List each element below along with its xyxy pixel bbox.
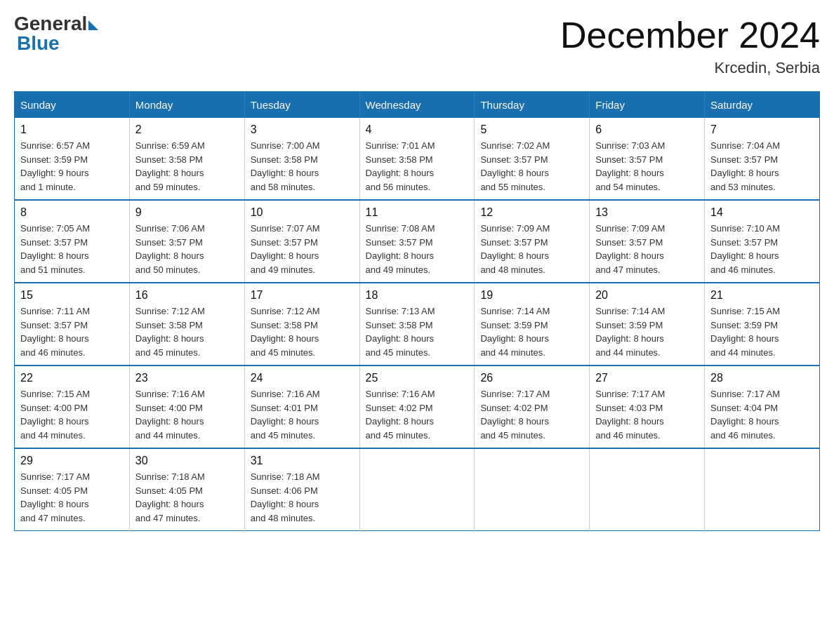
day-number: 22 [20, 372, 124, 384]
day-number: 28 [710, 372, 814, 384]
page-header: General Blue December 2024 Krcedin, Serb… [14, 14, 820, 77]
day-number: 21 [710, 289, 814, 302]
calendar-cell: 9 Sunrise: 7:06 AM Sunset: 3:57 PM Dayli… [129, 200, 244, 283]
day-info: Sunrise: 6:59 AM Sunset: 3:58 PM Dayligh… [135, 139, 239, 194]
calendar-week-row: 15 Sunrise: 7:11 AM Sunset: 3:57 PM Dayl… [15, 283, 820, 365]
day-number: 25 [366, 372, 469, 384]
day-number: 3 [251, 123, 354, 136]
day-number: 16 [135, 289, 239, 302]
month-title: December 2024 [560, 14, 820, 56]
calendar-cell: 13 Sunrise: 7:09 AM Sunset: 3:57 PM Dayl… [590, 200, 705, 283]
day-number: 6 [595, 123, 699, 136]
day-info: Sunrise: 7:12 AM Sunset: 3:58 PM Dayligh… [135, 304, 239, 359]
day-info: Sunrise: 7:11 AM Sunset: 3:57 PM Dayligh… [20, 304, 124, 359]
title-section: December 2024 Krcedin, Serbia [560, 14, 820, 77]
day-number: 20 [595, 289, 699, 302]
day-info: Sunrise: 7:14 AM Sunset: 3:59 PM Dayligh… [595, 304, 699, 359]
header-sunday: Sunday [15, 92, 130, 119]
calendar-table: Sunday Monday Tuesday Wednesday Thursday… [14, 91, 820, 531]
day-info: Sunrise: 7:03 AM Sunset: 3:57 PM Dayligh… [595, 139, 699, 194]
day-number: 18 [366, 289, 469, 302]
day-info: Sunrise: 7:14 AM Sunset: 3:59 PM Dayligh… [480, 304, 583, 359]
day-info: Sunrise: 7:18 AM Sunset: 4:05 PM Dayligh… [135, 470, 239, 525]
day-info: Sunrise: 7:04 AM Sunset: 3:57 PM Dayligh… [710, 139, 814, 194]
day-info: Sunrise: 7:15 AM Sunset: 3:59 PM Dayligh… [710, 304, 814, 359]
calendar-cell [705, 448, 820, 531]
day-number: 24 [251, 372, 354, 384]
logo: General Blue [14, 14, 98, 53]
calendar-cell: 30 Sunrise: 7:18 AM Sunset: 4:05 PM Dayl… [129, 448, 244, 531]
logo-arrow-icon [88, 20, 98, 30]
calendar-cell: 7 Sunrise: 7:04 AM Sunset: 3:57 PM Dayli… [705, 118, 820, 200]
calendar-cell: 10 Sunrise: 7:07 AM Sunset: 3:57 PM Dayl… [244, 200, 359, 283]
calendar-week-row: 29 Sunrise: 7:17 AM Sunset: 4:05 PM Dayl… [15, 448, 820, 531]
calendar-cell: 16 Sunrise: 7:12 AM Sunset: 3:58 PM Dayl… [129, 283, 244, 365]
calendar-cell: 20 Sunrise: 7:14 AM Sunset: 3:59 PM Dayl… [590, 283, 705, 365]
calendar-cell: 18 Sunrise: 7:13 AM Sunset: 3:58 PM Dayl… [359, 283, 475, 365]
logo-general-text: General [14, 14, 87, 34]
calendar-header-row: Sunday Monday Tuesday Wednesday Thursday… [15, 92, 820, 119]
calendar-cell: 4 Sunrise: 7:01 AM Sunset: 3:58 PM Dayli… [359, 118, 475, 200]
calendar-cell: 15 Sunrise: 7:11 AM Sunset: 3:57 PM Dayl… [15, 283, 130, 365]
calendar-cell [475, 448, 590, 531]
calendar-cell: 1 Sunrise: 6:57 AM Sunset: 3:59 PM Dayli… [15, 118, 130, 200]
day-info: Sunrise: 7:05 AM Sunset: 3:57 PM Dayligh… [20, 222, 124, 276]
day-number: 29 [20, 455, 124, 467]
header-friday: Friday [590, 92, 705, 119]
day-number: 4 [366, 123, 469, 136]
day-info: Sunrise: 7:07 AM Sunset: 3:57 PM Dayligh… [251, 222, 354, 276]
day-number: 26 [480, 372, 583, 384]
calendar-cell: 17 Sunrise: 7:12 AM Sunset: 3:58 PM Dayl… [244, 283, 359, 365]
day-info: Sunrise: 7:08 AM Sunset: 3:57 PM Dayligh… [366, 222, 469, 276]
header-saturday: Saturday [705, 92, 820, 119]
calendar-cell: 22 Sunrise: 7:15 AM Sunset: 4:00 PM Dayl… [15, 365, 130, 448]
calendar-week-row: 22 Sunrise: 7:15 AM Sunset: 4:00 PM Dayl… [15, 365, 820, 448]
calendar-cell [590, 448, 705, 531]
day-info: Sunrise: 7:13 AM Sunset: 3:58 PM Dayligh… [366, 304, 469, 359]
day-number: 30 [135, 455, 239, 467]
day-info: Sunrise: 7:17 AM Sunset: 4:05 PM Dayligh… [20, 470, 124, 525]
calendar-cell: 29 Sunrise: 7:17 AM Sunset: 4:05 PM Dayl… [15, 448, 130, 531]
day-info: Sunrise: 6:57 AM Sunset: 3:59 PM Dayligh… [20, 139, 124, 194]
calendar-cell: 6 Sunrise: 7:03 AM Sunset: 3:57 PM Dayli… [590, 118, 705, 200]
calendar-cell: 23 Sunrise: 7:16 AM Sunset: 4:00 PM Dayl… [129, 365, 244, 448]
day-number: 10 [251, 206, 354, 219]
day-number: 9 [135, 206, 239, 219]
header-tuesday: Tuesday [244, 92, 359, 119]
location-title: Krcedin, Serbia [560, 59, 820, 77]
logo-blue-text: Blue [17, 34, 60, 53]
day-number: 5 [480, 123, 583, 136]
calendar-cell: 21 Sunrise: 7:15 AM Sunset: 3:59 PM Dayl… [705, 283, 820, 365]
day-info: Sunrise: 7:17 AM Sunset: 4:02 PM Dayligh… [480, 387, 583, 442]
day-number: 17 [251, 289, 354, 302]
day-number: 1 [20, 123, 124, 136]
day-number: 7 [710, 123, 814, 136]
calendar-cell: 2 Sunrise: 6:59 AM Sunset: 3:58 PM Dayli… [129, 118, 244, 200]
day-number: 31 [251, 455, 354, 467]
calendar-week-row: 1 Sunrise: 6:57 AM Sunset: 3:59 PM Dayli… [15, 118, 820, 200]
day-info: Sunrise: 7:18 AM Sunset: 4:06 PM Dayligh… [251, 470, 354, 525]
header-wednesday: Wednesday [359, 92, 475, 119]
calendar-week-row: 8 Sunrise: 7:05 AM Sunset: 3:57 PM Dayli… [15, 200, 820, 283]
day-info: Sunrise: 7:16 AM Sunset: 4:01 PM Dayligh… [251, 387, 354, 442]
calendar-cell: 19 Sunrise: 7:14 AM Sunset: 3:59 PM Dayl… [475, 283, 590, 365]
calendar-cell: 8 Sunrise: 7:05 AM Sunset: 3:57 PM Dayli… [15, 200, 130, 283]
day-info: Sunrise: 7:09 AM Sunset: 3:57 PM Dayligh… [480, 222, 583, 276]
calendar-cell: 25 Sunrise: 7:16 AM Sunset: 4:02 PM Dayl… [359, 365, 475, 448]
calendar-cell: 24 Sunrise: 7:16 AM Sunset: 4:01 PM Dayl… [244, 365, 359, 448]
day-number: 2 [135, 123, 239, 136]
day-number: 19 [480, 289, 583, 302]
day-number: 27 [595, 372, 699, 384]
day-info: Sunrise: 7:15 AM Sunset: 4:00 PM Dayligh… [20, 387, 124, 442]
calendar-cell: 27 Sunrise: 7:17 AM Sunset: 4:03 PM Dayl… [590, 365, 705, 448]
day-number: 23 [135, 372, 239, 384]
day-info: Sunrise: 7:00 AM Sunset: 3:58 PM Dayligh… [251, 139, 354, 194]
calendar-cell: 3 Sunrise: 7:00 AM Sunset: 3:58 PM Dayli… [244, 118, 359, 200]
day-info: Sunrise: 7:01 AM Sunset: 3:58 PM Dayligh… [366, 139, 469, 194]
calendar-cell: 26 Sunrise: 7:17 AM Sunset: 4:02 PM Dayl… [475, 365, 590, 448]
day-info: Sunrise: 7:16 AM Sunset: 4:00 PM Dayligh… [135, 387, 239, 442]
calendar-cell: 14 Sunrise: 7:10 AM Sunset: 3:57 PM Dayl… [705, 200, 820, 283]
logo-text: General [14, 14, 98, 34]
header-monday: Monday [129, 92, 244, 119]
calendar-cell [359, 448, 475, 531]
